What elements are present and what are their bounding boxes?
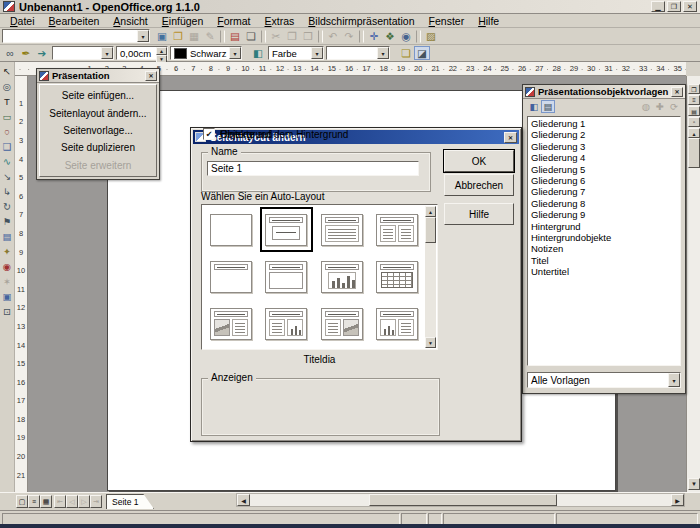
horizontal-scrollbar[interactable]: ◀ ▶ bbox=[236, 493, 685, 507]
interaction-icon[interactable]: ◉ bbox=[1, 259, 14, 274]
fill-color-combo[interactable]: ▾ bbox=[326, 46, 390, 60]
layout-title-two-content[interactable] bbox=[370, 206, 426, 253]
vscroll-extra-button-2[interactable]: ≡ bbox=[688, 95, 700, 105]
effects-icon[interactable]: ✦ bbox=[1, 244, 14, 259]
palette-close-icon[interactable]: ✕ bbox=[145, 71, 157, 81]
new-document-icon[interactable]: ▣ bbox=[154, 29, 170, 43]
dialog-close-icon[interactable]: ✕ bbox=[504, 132, 517, 143]
ellipse-icon[interactable]: ○ bbox=[1, 124, 14, 139]
checkbox-box[interactable]: ✔ bbox=[203, 128, 215, 140]
presentation-styles-icon[interactable]: ▤ bbox=[541, 100, 555, 113]
palette-item-seitenvorlage[interactable]: Seitenvorlage... bbox=[63, 125, 133, 136]
style-item[interactable]: Gliederung 7 bbox=[528, 186, 680, 197]
layout-title-text-chart[interactable] bbox=[259, 301, 315, 348]
menu-item[interactable]: Bearbeiten bbox=[42, 14, 107, 28]
layout-title-frame[interactable] bbox=[259, 253, 315, 300]
palette-title-bar[interactable]: Präsentation ✕ bbox=[37, 69, 159, 83]
scroll-down-icon[interactable]: ▼ bbox=[688, 478, 700, 490]
fill-style-arrow-icon[interactable]: ▾ bbox=[311, 47, 323, 59]
line-style-combo[interactable]: ▾ bbox=[52, 46, 114, 60]
edit-file-icon[interactable]: ✎ bbox=[202, 29, 218, 43]
stylist-close-icon[interactable]: ✕ bbox=[671, 87, 683, 97]
vscroll-extra-button-3[interactable]: ▤ bbox=[688, 106, 700, 116]
export-pdf-icon[interactable]: ▤ bbox=[227, 29, 243, 43]
navigator-icon[interactable]: ✛ bbox=[366, 29, 382, 43]
lines-arrows-icon[interactable]: ↘ bbox=[1, 169, 14, 184]
line-color-arrow-icon[interactable]: ▾ bbox=[229, 47, 241, 59]
fill-color-arrow-icon[interactable]: ▾ bbox=[377, 47, 389, 59]
redo-icon[interactable]: ↷ bbox=[341, 29, 357, 43]
vscroll-extra-button-1[interactable]: ❒ bbox=[688, 84, 700, 94]
fill-style-combo[interactable]: Farbe ▾ bbox=[268, 46, 324, 60]
vertical-scroll-thumb[interactable] bbox=[688, 138, 700, 168]
menu-item[interactable]: Einfügen bbox=[155, 14, 210, 28]
layout-title-content[interactable] bbox=[314, 206, 370, 253]
cancel-button[interactable]: Abbrechen bbox=[444, 174, 514, 196]
menu-item[interactable]: Bildschirmpräsentation bbox=[301, 14, 421, 28]
select-arrow-icon[interactable]: ↖ bbox=[1, 64, 14, 79]
menu-item[interactable]: Datei bbox=[3, 14, 42, 28]
connector-icon[interactable]: ↳ bbox=[1, 184, 14, 199]
last-page-button[interactable]: ⇥ bbox=[90, 495, 102, 508]
menu-item[interactable]: Format bbox=[210, 14, 257, 28]
arrow-style-icon[interactable]: ➔ bbox=[34, 46, 50, 60]
layout-title-table[interactable] bbox=[370, 253, 426, 300]
ok-button[interactable]: OK bbox=[444, 150, 514, 172]
rectangle-icon[interactable]: ▭ bbox=[1, 109, 14, 124]
layout-title-text-clipart[interactable] bbox=[314, 301, 370, 348]
paste-icon[interactable]: ❒ bbox=[300, 29, 316, 43]
open-document-icon[interactable]: ❐ bbox=[170, 29, 186, 43]
page-tab[interactable]: Seite 1 bbox=[106, 494, 154, 509]
restore-button[interactable]: ❐ bbox=[667, 1, 681, 12]
stylist-title-bar[interactable]: Präsentationsobjektvorlagen ✕ bbox=[523, 85, 685, 99]
edit-points-icon[interactable]: ∞ bbox=[2, 46, 18, 60]
presentation-box-icon[interactable]: ◪ bbox=[414, 46, 430, 60]
cut-icon[interactable]: ✂ bbox=[268, 29, 284, 43]
shadow-icon[interactable]: ❏ bbox=[398, 46, 414, 60]
vscroll-extra-button-4[interactable]: ▫ bbox=[688, 117, 700, 127]
layout-title-only[interactable] bbox=[203, 253, 259, 300]
update-style-icon[interactable]: ⟳ bbox=[667, 100, 681, 113]
vscroll-extra-button-5[interactable]: ▴ bbox=[688, 128, 700, 138]
style-item[interactable]: Untertitel bbox=[528, 266, 680, 277]
scroll-down-icon[interactable]: ▼ bbox=[425, 337, 436, 348]
layout-blank[interactable] bbox=[203, 206, 259, 253]
next-page-button[interactable]: ▷ bbox=[78, 495, 90, 508]
scroll-up-icon[interactable]: ▲ bbox=[425, 206, 436, 217]
drawing-view-button[interactable]: ▢ bbox=[16, 495, 28, 508]
arrange-icon[interactable]: ▤ bbox=[1, 229, 14, 244]
style-filter-arrow-icon[interactable]: ▾ bbox=[668, 373, 680, 387]
undo-icon[interactable]: ↶ bbox=[325, 29, 341, 43]
layout-title-chart[interactable] bbox=[314, 253, 370, 300]
curve-icon[interactable]: ∿ bbox=[1, 154, 14, 169]
layout-title-chart-text[interactable] bbox=[370, 301, 426, 348]
first-page-button[interactable]: ⇤ bbox=[54, 495, 66, 508]
vertical-scrollbar[interactable]: ❒≡▤▫▴ ▼ bbox=[686, 76, 700, 492]
new-style-icon[interactable]: ✚ bbox=[653, 100, 667, 113]
style-item[interactable]: Gliederung 6 bbox=[528, 175, 680, 186]
insert-image-icon[interactable]: ▨ bbox=[423, 29, 439, 43]
print-icon[interactable]: ❏ bbox=[243, 29, 259, 43]
style-item[interactable]: Gliederung 1 bbox=[528, 118, 680, 129]
url-combo-arrow-icon[interactable]: ▾ bbox=[137, 30, 149, 42]
line-width-spinner[interactable]: 0,00cm ▲▼ bbox=[116, 46, 168, 60]
stylist-icon[interactable]: ❖ bbox=[382, 29, 398, 43]
palette-item-seite-einfuegen[interactable]: Seite einfügen... bbox=[62, 90, 134, 101]
line-color-combo[interactable]: Schwarz ▾ bbox=[170, 46, 242, 60]
style-item[interactable]: Hintergrundobjekte bbox=[528, 232, 680, 243]
3d-objects-icon[interactable]: ❑ bbox=[1, 139, 14, 154]
menu-item[interactable]: Fenster bbox=[422, 14, 472, 28]
style-filter-combo[interactable]: Alle Vorlagen ▾ bbox=[527, 372, 681, 388]
help-button[interactable]: Hilfe bbox=[444, 203, 514, 225]
style-item[interactable]: Hintergrund bbox=[528, 221, 680, 232]
menu-item[interactable]: Extras bbox=[258, 14, 302, 28]
fill-format-mode-icon[interactable]: ◍ bbox=[639, 100, 653, 113]
checkbox-objekte-auf-hintergrund[interactable]: ✔ Objekte auf dem Hintergrund bbox=[203, 128, 348, 140]
name-input[interactable] bbox=[207, 161, 419, 176]
minimize-button[interactable]: ▁ bbox=[651, 1, 665, 12]
insert-icon[interactable]: ▣ bbox=[1, 289, 14, 304]
line-style-arrow-icon[interactable]: ▾ bbox=[101, 47, 113, 59]
line-dialog-icon[interactable]: ✒ bbox=[18, 46, 34, 60]
outline-view-button[interactable]: ≡ bbox=[28, 495, 40, 508]
area-dialog-icon[interactable]: ◧ bbox=[250, 46, 266, 60]
